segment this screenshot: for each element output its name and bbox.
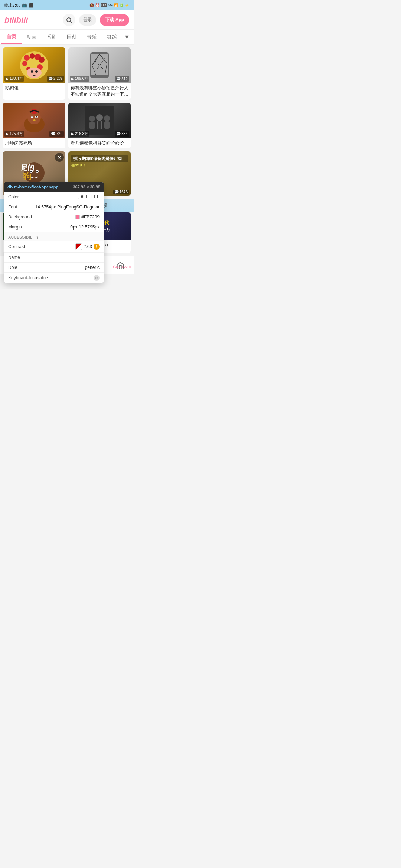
- tab-music[interactable]: 音乐: [82, 30, 102, 44]
- comments-stat-6: 💬1673: [113, 190, 129, 194]
- svg-point-33: [89, 116, 95, 122]
- inspector-margin-row: Margin 0px 12.5795px: [4, 222, 104, 232]
- contrast-value: 2.63 !: [75, 243, 100, 250]
- video-card-2[interactable]: ▶189.6万 💬312 你有没有哪些小妙招是外行人不知道的？大家互相说一下取取…: [68, 47, 131, 100]
- video-title-1: 鹅鸭傻: [5, 85, 63, 91]
- battery-icon: 🔋: [119, 3, 124, 7]
- comments-stat-2: 💬312: [115, 76, 129, 82]
- margin-label: Margin: [8, 224, 22, 230]
- svg-rect-15: [91, 54, 108, 75]
- tab-guochuang[interactable]: 国创: [62, 30, 82, 44]
- svg-point-3: [24, 55, 30, 61]
- video-info-1: 鹅鸭傻: [3, 83, 65, 93]
- status-time: 晚上7:08: [4, 3, 20, 8]
- tab-home[interactable]: 首页: [1, 30, 22, 44]
- video-thumb-2: ▶189.6万 💬312: [68, 47, 131, 83]
- video-info-4: 看几遍都觉得好笑哈哈哈哈: [68, 138, 131, 149]
- views-stat-2: ▶189.6万: [70, 76, 89, 82]
- bilibili-icon: 📺: [22, 3, 27, 8]
- signal-icon: 📶: [114, 3, 118, 7]
- svg-text:尼的: 尼的: [20, 164, 34, 171]
- inspector-contrast-row: Contrast 2.63 !: [4, 241, 104, 253]
- svg-point-4: [30, 53, 35, 59]
- bell-icon: 🔕: [89, 3, 94, 7]
- video-title-4: 看几遍都觉得好笑哈哈哈哈: [71, 140, 128, 147]
- color-label: Color: [8, 194, 19, 200]
- views-stat-1: ▶180.4万: [4, 76, 24, 82]
- status-bar: 晚上7:08 📺 ⬛ 🔕 ⏰ HD 5G 📶 🔋 ⚡: [0, 0, 134, 10]
- color-swatch-white: [75, 195, 79, 199]
- video-card-1[interactable]: ▶180.4万 💬2.2万 鹅鸭傻: [3, 47, 65, 100]
- keyboard-focusable-label: Keyboard-focusable: [8, 275, 48, 280]
- status-bar-right: 🔕 ⏰ HD 5G 📶 🔋 ⚡: [89, 3, 129, 7]
- terminal-icon: ⬛: [29, 3, 34, 8]
- svg-point-44: [36, 171, 38, 172]
- views-stat-3: ▶175.3万: [4, 131, 24, 137]
- more-tabs-button[interactable]: ▼: [122, 32, 132, 42]
- role-value: generic: [85, 265, 100, 270]
- warning-icon: !: [94, 244, 100, 250]
- logo-text: bilibili: [4, 15, 28, 24]
- video-title-2: 你有没有哪些小妙招是外行人不知道的？大家互相说一下取取...: [71, 85, 128, 98]
- charging-icon: ⚡: [125, 3, 129, 7]
- contrast-label: Contrast: [8, 244, 25, 249]
- svg-point-28: [32, 116, 33, 117]
- svg-point-13: [35, 70, 38, 73]
- background-value: #FB7299: [75, 214, 100, 220]
- tab-animation[interactable]: 动画: [22, 30, 42, 44]
- tab-bangumi[interactable]: 番剧: [42, 30, 62, 44]
- svg-point-30: [36, 116, 37, 117]
- search-button[interactable]: [63, 14, 75, 26]
- nav-tabs: 首页 动画 番剧 国创 音乐 舞蹈 ▼: [0, 30, 134, 45]
- svg-point-35: [96, 114, 103, 121]
- svg-rect-38: [104, 121, 110, 129]
- header: bilibili 登录 下载 App: [0, 10, 134, 30]
- inspector-name-row: Name: [4, 253, 104, 263]
- inspector-element-name: div.m-home-float-openapp: [7, 185, 58, 189]
- video-stats-4: ▶216.3万 💬834: [70, 131, 129, 137]
- status-bar-left: 晚上7:08 📺 ⬛: [4, 3, 34, 8]
- comments-stat-4: 💬834: [115, 131, 129, 137]
- svg-point-0: [67, 18, 71, 22]
- svg-line-1: [71, 21, 72, 23]
- video-title-3: 坤坤闪亮登场: [5, 140, 63, 147]
- download-app-button[interactable]: 下载 App: [100, 14, 129, 26]
- svg-rect-39: [98, 121, 101, 129]
- svg-point-12: [31, 70, 33, 73]
- keyboard-focusable-value: ⊘: [94, 275, 100, 281]
- font-label: Font: [8, 204, 17, 210]
- font-value: 14.6754px PingFangSC-Regular: [35, 204, 100, 210]
- video-grid: ▶180.4万 💬2.2万 鹅鸭傻: [0, 45, 134, 151]
- views-stat-4: ▶216.3万: [70, 131, 89, 137]
- tab-dance[interactable]: 舞蹈: [102, 30, 122, 44]
- background-label: Background: [8, 214, 32, 220]
- video-stats-3: ▶175.3万 💬720: [4, 131, 64, 137]
- svg-point-7: [39, 57, 45, 63]
- login-button[interactable]: 登录: [79, 14, 96, 26]
- alarm-icon: ⏰: [95, 3, 100, 7]
- contrast-icon: [75, 243, 82, 250]
- video-card-4[interactable]: ▶216.3万 💬834 看几遍都觉得好笑哈哈哈哈: [68, 103, 131, 149]
- accessibility-section: ACCESSIBILITY: [4, 232, 104, 241]
- video-info-3: 坤坤闪亮登场: [3, 138, 65, 149]
- svg-rect-34: [89, 122, 95, 129]
- svg-text:狗: 狗: [23, 172, 31, 181]
- video-thumb-4: ▶216.3万 💬834: [68, 103, 131, 138]
- inspector-color-row: Color #FFFFFF: [4, 192, 104, 202]
- video-card-3[interactable]: ▶175.3万 💬720 坤坤闪亮登场: [3, 103, 65, 149]
- svg-point-37: [104, 115, 110, 121]
- inspector-keyboard-row: Keyboard-focusable ⊘: [4, 273, 104, 283]
- svg-point-6: [22, 61, 27, 66]
- video-thumb-1: ▶180.4万 💬2.2万: [3, 47, 65, 83]
- video-thumb-3: ▶175.3万 💬720: [3, 103, 65, 138]
- 5g-badge: 5G: [108, 3, 113, 7]
- comments-stat-1: 💬2.2万: [47, 76, 64, 82]
- inspector-background-row: Background #FB7299: [4, 212, 104, 222]
- inspector-role-row: Role generic: [4, 263, 104, 273]
- login-label: 登录: [83, 17, 92, 23]
- comments-stat-3: 💬720: [49, 131, 64, 137]
- no-keyboard-icon: ⊘: [94, 275, 100, 281]
- inspector-header: div.m-home-float-openapp 367.93 × 38.98: [4, 182, 104, 192]
- download-label: 下载 App: [105, 17, 124, 23]
- zombie-text: 别污蔑国家储备肉是僵尸肉 辛苦飞！: [71, 155, 128, 168]
